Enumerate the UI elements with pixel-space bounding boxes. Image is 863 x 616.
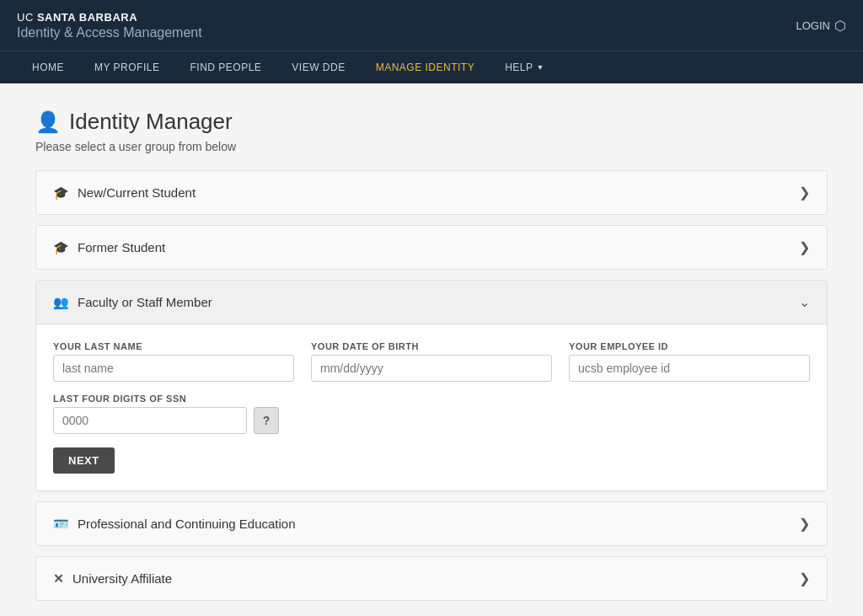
accordion-header-new-current-student[interactable]: 🎓 New/Current Student ❯	[36, 171, 827, 214]
main-content: 👤 Identity Manager Please select a user …	[19, 109, 844, 616]
dob-group: YOUR DATE OF BIRTH	[311, 341, 552, 382]
accordion-label-professional-continuing: Professional and Continuing Education	[78, 517, 296, 531]
accordion-university-affiliate[interactable]: ✕ University Affiliate ❯	[35, 556, 828, 601]
accordion-professional-continuing[interactable]: 🪪 Professional and Continuing Education …	[35, 501, 828, 546]
login-label: LOGIN	[796, 19, 830, 32]
chevron-down-icon: ⌄	[799, 294, 810, 310]
main-nav: HOME MY PROFILE FIND PEOPLE VIEW DDE MAN…	[0, 51, 863, 83]
next-button[interactable]: NEXT	[53, 447, 115, 474]
nav-item-help[interactable]: HELP ▼	[490, 51, 560, 83]
ssn-input[interactable]	[53, 407, 247, 434]
person-icon: 👤	[35, 110, 61, 134]
employee-id-input[interactable]	[569, 355, 810, 382]
ssn-help-button[interactable]: ?	[254, 407, 279, 434]
last-name-label: YOUR LAST NAME	[53, 341, 294, 351]
chevron-right-icon-4: ❯	[799, 570, 810, 587]
accordion-left: 🎓 New/Current Student	[53, 185, 196, 201]
brand-subtitle: Identity & Access Management	[17, 25, 202, 40]
last-name-input[interactable]	[53, 355, 294, 382]
dob-input[interactable]	[311, 355, 552, 382]
accordion-left: 🪪 Professional and Continuing Education	[53, 517, 296, 532]
ssn-label: LAST FOUR DIGITS OF SSN	[53, 394, 247, 404]
accordion-former-student[interactable]: 🎓 Former Student ❯	[35, 225, 828, 270]
nav-item-my-profile[interactable]: MY PROFILE	[79, 51, 174, 83]
nav-item-view-dde[interactable]: VIEW DDE	[276, 51, 360, 83]
accordion-new-current-student[interactable]: 🎓 New/Current Student ❯	[35, 170, 828, 215]
header-login[interactable]: LOGIN ⬡	[796, 18, 846, 34]
accordion-header-university-affiliate[interactable]: ✕ University Affiliate ❯	[36, 557, 827, 600]
graduation-cap-icon-1: 🎓	[53, 185, 69, 201]
accordion-faculty-staff[interactable]: 👥 Faculty or Staff Member ⌄ YOUR LAST NA…	[35, 280, 828, 491]
chevron-right-icon-3: ❯	[799, 516, 810, 532]
brand-name: UC SANTA BARBARA	[17, 11, 202, 24]
accordion-left: ✕ University Affiliate	[53, 571, 172, 587]
chevron-right-icon-1: ❯	[799, 185, 810, 201]
employee-id-group: YOUR EMPLOYEE ID	[569, 341, 810, 382]
login-icon: ⬡	[834, 18, 846, 34]
accordion-body-faculty-staff: YOUR LAST NAME YOUR DATE OF BIRTH YOUR E…	[36, 324, 827, 490]
accordion-header-faculty-staff[interactable]: 👥 Faculty or Staff Member ⌄	[36, 281, 827, 324]
last-name-group: YOUR LAST NAME	[53, 341, 294, 382]
accordion-label-former-student: Former Student	[78, 240, 165, 254]
ssn-group: LAST FOUR DIGITS OF SSN	[53, 394, 247, 434]
employee-id-label: YOUR EMPLOYEE ID	[569, 341, 810, 351]
ssn-row: LAST FOUR DIGITS OF SSN ?	[53, 394, 810, 434]
chevron-right-icon-2: ❯	[799, 239, 810, 255]
id-card-icon: 🪪	[53, 517, 69, 532]
accordion-left: 👥 Faculty or Staff Member	[53, 295, 212, 310]
nav-item-find-people[interactable]: FIND PEOPLE	[174, 51, 276, 83]
accordion-label-faculty-staff: Faculty or Staff Member	[78, 295, 212, 309]
help-dropdown-icon: ▼	[537, 63, 544, 72]
graduation-cap-icon-2: 🎓	[53, 240, 69, 255]
form-row-1: YOUR LAST NAME YOUR DATE OF BIRTH YOUR E…	[53, 341, 810, 382]
accordion-header-former-student[interactable]: 🎓 Former Student ❯	[36, 226, 827, 269]
brand-area: UC SANTA BARBARA Identity & Access Manag…	[17, 3, 202, 49]
accordion-left: 🎓 Former Student	[53, 240, 165, 255]
nav-item-home[interactable]: HOME	[17, 51, 79, 83]
page-title: Identity Manager	[69, 109, 233, 135]
group-icon: 👥	[53, 295, 69, 310]
accordion-header-professional-continuing[interactable]: 🪪 Professional and Continuing Education …	[36, 502, 827, 545]
page-subtitle: Please select a user group from below	[35, 140, 828, 153]
header: UC SANTA BARBARA Identity & Access Manag…	[0, 0, 863, 83]
x-icon: ✕	[53, 571, 64, 587]
nav-item-manage-identity[interactable]: MANAGE IDENTITY	[361, 51, 490, 83]
dob-label: YOUR DATE OF BIRTH	[311, 341, 552, 351]
accordion-label-university-affiliate: University Affiliate	[72, 571, 172, 586]
accordion-label-new-current-student: New/Current Student	[78, 185, 196, 200]
page-header: 👤 Identity Manager	[35, 109, 828, 135]
